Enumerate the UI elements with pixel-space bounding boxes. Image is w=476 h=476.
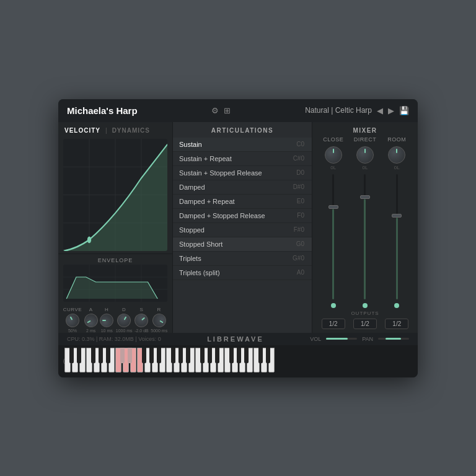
piano-key-black[interactable] <box>215 348 219 363</box>
bottom-bar: CPU: 0.3% | RAM: 32.0MB | Voices: 0 LIBR… <box>58 333 418 345</box>
artic-name-sustain-repeat: Sustain + Repeat <box>179 155 232 162</box>
articulation-list: Sustain C0 Sustain + Repeat C#0 Sustain … <box>173 138 312 333</box>
knob-s[interactable] <box>132 311 151 330</box>
channel-knob-room[interactable] <box>388 146 405 164</box>
fader-thumb-close[interactable] <box>328 205 338 209</box>
artic-name-sustain: Sustain <box>179 141 202 148</box>
fader-dot-direct[interactable] <box>363 303 368 308</box>
channel-knob-direct[interactable] <box>356 146 374 164</box>
artic-item-damped[interactable]: Damped D#0 <box>173 180 312 195</box>
piano-key-black[interactable] <box>106 348 110 363</box>
piano-key-black[interactable] <box>157 348 161 363</box>
header-icons: ⚙ ⊞ <box>211 106 231 115</box>
piano-keys <box>58 348 418 376</box>
next-preset-button[interactable]: ▶ <box>388 106 394 115</box>
output-btn-direct[interactable]: 1/2 <box>353 319 377 329</box>
fader-track-room[interactable] <box>396 174 398 299</box>
knob-a[interactable] <box>82 311 100 329</box>
knob-value-r: 5000 ms <box>151 328 167 333</box>
piano-key-black[interactable] <box>171 348 175 363</box>
knob-label-h: H <box>105 307 108 312</box>
artic-name-stopped: Stopped <box>179 226 205 234</box>
channel-label-direct: DIRECT <box>354 136 377 143</box>
channel-db-close: 0L <box>330 165 336 170</box>
artic-item-damped-repeat[interactable]: Damped + Repeat E0 <box>173 195 312 209</box>
knob-group-h: H 10 ms <box>100 307 113 333</box>
velocity-graph[interactable] <box>63 139 167 251</box>
tab-velocity[interactable]: VELOCITY <box>64 126 100 135</box>
piano-key-black-active[interactable] <box>128 348 132 363</box>
envelope-graph[interactable] <box>63 265 167 302</box>
piano-key-black[interactable] <box>99 348 103 363</box>
fader-dot-room[interactable] <box>394 303 399 308</box>
knob-group-r: R 5000 ms <box>151 307 167 333</box>
piano-key-black-active[interactable] <box>120 348 125 363</box>
envelope-label: ENVELOPE <box>58 254 172 265</box>
fader-track-close[interactable] <box>332 174 334 299</box>
channel-db-room: 0L <box>394 165 400 170</box>
channel-db-direct: 0L <box>363 165 368 170</box>
articulations-panel: ARTICULATIONS Sustain C0 Sustain + Repea… <box>173 122 312 333</box>
artic-name-triplets-split: Triplets (split) <box>179 269 220 276</box>
output-btn-room[interactable]: 1/2 <box>385 319 408 329</box>
piano-key-black[interactable] <box>186 348 190 363</box>
mixer-channel-direct: DIRECT 0L <box>353 136 377 308</box>
artic-item-sustain-stopped[interactable]: Sustain + Stopped Release D0 <box>173 166 312 180</box>
gear-icon[interactable]: ⚙ <box>211 106 219 115</box>
artic-item-damped-stopped[interactable]: Damped + Stopped Release F0 <box>173 209 312 223</box>
knob-value-d: 1000 ms <box>116 328 133 333</box>
artic-name-triplets: Triplets <box>179 255 201 262</box>
tab-divider: | <box>105 127 107 134</box>
piano-key-black[interactable] <box>208 348 212 363</box>
piano-key-black[interactable] <box>229 348 234 363</box>
piano-key-black[interactable] <box>200 348 205 363</box>
knob-d[interactable] <box>115 311 133 329</box>
artic-item-sustain-repeat[interactable]: Sustain + Repeat C#0 <box>173 152 312 166</box>
knob-value-curve: 50% <box>68 328 77 333</box>
knob-value-s: -2.0 dB <box>134 328 149 333</box>
piano-key-black[interactable] <box>142 348 146 363</box>
fader-dot-close[interactable] <box>331 303 336 308</box>
piano-key-black[interactable] <box>178 348 183 363</box>
vol-slider[interactable] <box>326 338 357 340</box>
knob-curve[interactable] <box>63 311 82 329</box>
mixer-channel-room: ROOM 0L <box>384 136 409 308</box>
artic-item-sustain[interactable]: Sustain C0 <box>173 138 312 152</box>
preset-name: Natural | Celtic Harp <box>305 106 372 115</box>
artic-item-triplets-split[interactable]: Triplets (split) A0 <box>173 266 312 280</box>
preset-area: Natural | Celtic Harp ◀ ▶ 💾 <box>305 106 409 115</box>
knob-h[interactable] <box>100 314 113 327</box>
piano-key-black[interactable] <box>69 348 74 363</box>
mixer-panel: MIXER CLOSE 0L DIRECT 0L <box>312 122 418 333</box>
channel-knob-close[interactable] <box>325 146 342 164</box>
artic-name-damped: Damped <box>179 183 205 191</box>
artic-item-stopped-short[interactable]: Stopped Short G0 <box>173 237 312 252</box>
save-preset-button[interactable]: 💾 <box>399 106 409 115</box>
channel-label-close: CLOSE <box>323 136 343 143</box>
fader-thumb-room[interactable] <box>392 214 402 218</box>
piano-key-black[interactable] <box>149 348 154 363</box>
prev-preset-button[interactable]: ◀ <box>377 106 383 115</box>
fader-thumb-direct[interactable] <box>360 195 370 199</box>
artic-item-triplets[interactable]: Triplets G#0 <box>173 252 312 266</box>
tab-dynamics[interactable]: DYNAMICS <box>112 126 150 135</box>
artic-item-stopped[interactable]: Stopped F#0 <box>173 223 312 237</box>
piano-section: i <box>58 345 418 377</box>
plugin-title: Michaela's Harp <box>67 105 138 116</box>
fader-track-direct[interactable] <box>364 174 366 299</box>
output-btn-close[interactable]: 1/2 <box>322 319 345 329</box>
piano-key-black[interactable] <box>77 348 81 363</box>
plugin-window: Michaela's Harp ⚙ ⊞ Natural | Celtic Har… <box>58 99 418 377</box>
main-content: VELOCITY | DYNAMICS <box>58 122 418 333</box>
grid-icon[interactable]: ⊞ <box>224 106 231 115</box>
pan-label: PAN <box>362 336 373 342</box>
piano-key-black[interactable] <box>244 348 249 363</box>
section-tabs: VELOCITY | DYNAMICS <box>58 122 172 139</box>
piano-key-black[interactable] <box>266 348 270 363</box>
piano-key-black[interactable] <box>258 348 263 363</box>
piano-key-black[interactable] <box>91 348 95 363</box>
knob-r[interactable] <box>150 311 169 329</box>
status-text: CPU: 0.3% | RAM: 32.0MB | Voices: 0 <box>67 336 161 342</box>
pan-slider[interactable] <box>378 338 409 340</box>
piano-key-black[interactable] <box>237 348 241 363</box>
